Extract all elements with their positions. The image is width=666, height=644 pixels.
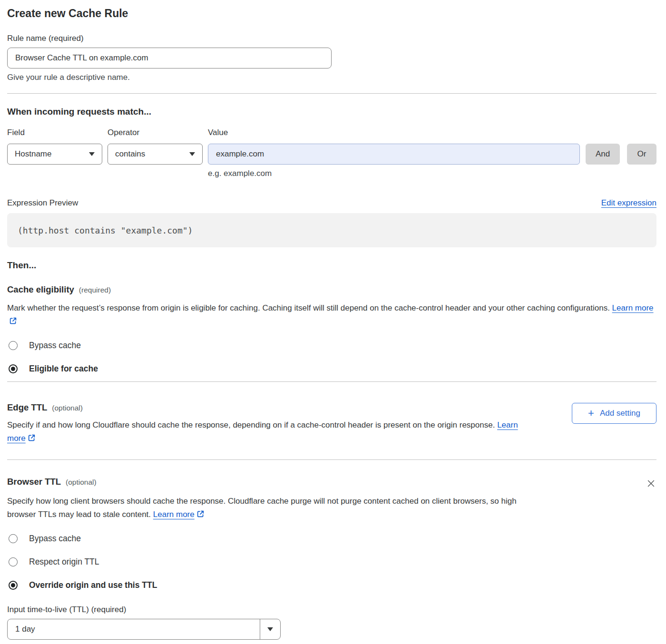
match-controls-row: Hostname contains And Or [7, 144, 656, 165]
operator-select-value: contains [115, 149, 145, 159]
rule-name-helper: Give your rule a descriptive name. [7, 72, 656, 83]
radio-label: Bypass cache [29, 534, 81, 544]
ttl-select[interactable]: 1 day [7, 619, 281, 640]
external-link-icon [9, 318, 17, 327]
close-icon [646, 479, 656, 488]
then-heading: Then... [7, 260, 656, 271]
edge-ttl-description-text: Specify if and how long Cloudflare shoul… [7, 420, 495, 429]
or-button[interactable]: Or [627, 144, 656, 165]
radio-eligible-for-cache[interactable]: Eligible for cache [7, 364, 656, 374]
operator-column-label: Operator [108, 127, 208, 138]
cache-eligibility-title: Cache eligibility [7, 284, 74, 295]
radio-unselected-icon [9, 557, 18, 566]
edge-ttl-qualifier: (optional) [52, 404, 83, 412]
radio-override-origin-ttl[interactable]: Override origin and use this TTL [7, 580, 656, 590]
ttl-input-label: Input time-to-live (TTL) (required) [7, 605, 656, 615]
rule-name-input[interactable] [7, 48, 332, 68]
section-divider [7, 381, 656, 382]
chevron-down-icon [189, 152, 195, 156]
chevron-down-icon [267, 627, 273, 631]
add-setting-button[interactable]: + Add setting [572, 403, 656, 424]
radio-selected-icon [9, 364, 18, 373]
field-column-label: Field [7, 127, 108, 138]
browser-ttl-qualifier: (optional) [66, 478, 97, 487]
section-divider [7, 93, 656, 94]
page-title: Create new Cache Rule [7, 7, 656, 20]
match-heading: When incoming requests match... [7, 106, 656, 117]
radio-bypass-cache-browser[interactable]: Bypass cache [7, 534, 656, 544]
ttl-select-caret-area[interactable] [260, 619, 280, 639]
cache-eligibility-qualifier: (required) [79, 286, 111, 294]
operator-select[interactable]: contains [108, 144, 203, 165]
ttl-select-value: 1 day [8, 619, 260, 639]
cache-eligibility-learn-more-link[interactable]: Learn more [612, 303, 654, 312]
edge-ttl-section-header: Edge TTL (optional) Specify if and how l… [7, 402, 656, 446]
value-helper-text: e.g. example.com [208, 168, 656, 179]
radio-label: Override origin and use this TTL [29, 580, 157, 590]
external-link-icon [28, 435, 36, 444]
radio-selected-icon [9, 581, 18, 590]
cache-eligibility-options: Bypass cache Eligible for cache [7, 341, 656, 374]
add-setting-label: Add setting [600, 409, 640, 418]
browser-ttl-description-text: Specify how long client browsers should … [7, 497, 517, 519]
expression-code-block: (http.host contains "example.com") [7, 213, 656, 247]
match-column-labels: Field Operator Value [7, 127, 656, 138]
radio-unselected-icon [9, 341, 18, 350]
browser-ttl-heading: Browser TTL (optional) [7, 476, 97, 487]
cache-eligibility-heading: Cache eligibility (required) [7, 284, 656, 295]
expression-code: (http.host contains "example.com") [18, 225, 193, 235]
radio-label: Eligible for cache [29, 364, 98, 374]
radio-unselected-icon [9, 534, 18, 543]
and-button[interactable]: And [586, 144, 620, 165]
chevron-down-icon [89, 152, 95, 156]
browser-ttl-description: Specify how long client browsers should … [7, 495, 530, 522]
field-select-value: Hostname [15, 149, 51, 159]
edit-expression-link[interactable]: Edit expression [601, 198, 656, 208]
edge-ttl-title: Edge TTL [7, 402, 47, 413]
radio-label: Bypass cache [29, 341, 81, 351]
cache-eligibility-description: Mark whether the request’s response from… [7, 302, 656, 329]
browser-ttl-title: Browser TTL [7, 476, 61, 487]
expression-preview-label: Expression Preview [7, 198, 78, 208]
remove-browser-ttl-button[interactable] [646, 478, 656, 489]
value-input[interactable] [208, 144, 580, 165]
field-select[interactable]: Hostname [7, 144, 102, 165]
external-link-icon [196, 511, 205, 520]
browser-ttl-section-header: Browser TTL (optional) [7, 476, 656, 489]
radio-label: Respect origin TTL [29, 557, 99, 567]
cache-eligibility-description-text: Mark whether the request’s response from… [7, 303, 610, 312]
edge-ttl-description: Specify if and how long Cloudflare shoul… [7, 419, 535, 446]
rule-name-label: Rule name (required) [7, 33, 656, 44]
radio-respect-origin-ttl[interactable]: Respect origin TTL [7, 557, 656, 567]
plus-icon: + [588, 409, 594, 418]
edge-ttl-heading: Edge TTL (optional) [7, 402, 535, 413]
browser-ttl-options: Bypass cache Respect origin TTL Override… [7, 534, 656, 590]
radio-bypass-cache[interactable]: Bypass cache [7, 341, 656, 351]
value-column-label: Value [208, 127, 228, 138]
section-divider [7, 459, 656, 460]
browser-ttl-learn-more-link[interactable]: Learn more [153, 510, 195, 519]
